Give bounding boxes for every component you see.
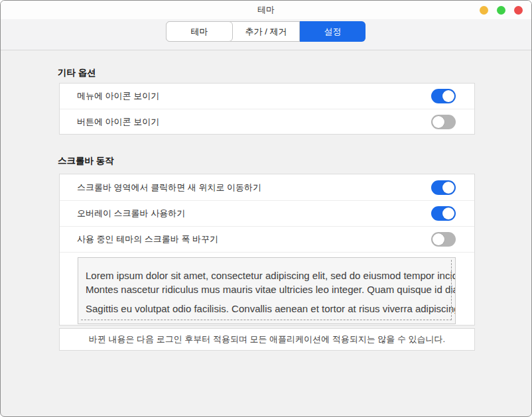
toggle-knob	[442, 208, 454, 219]
tab-settings[interactable]: 설정	[300, 21, 366, 42]
window-controls	[480, 6, 523, 15]
tab-add-remove[interactable]: 추가 / 제거	[233, 22, 300, 41]
segmented-control: 테마 추가 / 제거 설정	[166, 21, 366, 42]
scrollbar-behavior-card: 스크롤바 영역에서 클릭하면 새 위치로 이동하기 오버레이 스크롤바 사용하기…	[59, 174, 475, 326]
toggle-knob	[432, 233, 444, 245]
scrollbar-preview-area[interactable]: Lorem ipsum dolor sit amet, consectetur …	[78, 257, 456, 324]
preview-text: Lorem ipsum dolor sit amet, consectetur …	[78, 258, 455, 324]
setting-label-show-menu-icons: 메뉴에 아이콘 보이기	[77, 90, 159, 102]
preview-line: Sagittis eu volutpat odio facilisis. Con…	[86, 302, 455, 316]
window-title: 테마	[1, 1, 531, 19]
toggle-knob	[432, 116, 444, 128]
section-heading-other-options: 기타 옵션	[58, 67, 96, 79]
setting-label-scrollbar-width: 사용 중인 테마의 스크롤바 폭 바꾸기	[77, 233, 218, 245]
tab-bar: 테마 추가 / 제거 설정	[1, 19, 531, 50]
settings-row: 메뉴에 아이콘 보이기	[60, 84, 474, 109]
section-heading-scrollbar-behavior: 스크롤바 동작	[58, 155, 114, 167]
theme-settings-window: 테마 테마 추가 / 제거 설정 기타 옵션 메뉴에 아이콘 보이기 버튼에 아…	[0, 0, 532, 417]
minimize-button[interactable]	[480, 6, 488, 15]
close-button[interactable]	[514, 6, 523, 15]
maximize-button[interactable]	[497, 6, 505, 15]
tab-theme[interactable]: 테마	[166, 21, 233, 42]
toggle-knob	[442, 182, 454, 194]
titlebar: 테마	[1, 1, 531, 19]
toggle-scrollbar-jump[interactable]	[431, 180, 456, 195]
toggle-overlay-scrollbar[interactable]	[431, 206, 456, 221]
preview-line: Lorem ipsum dolor sit amet, consectetur …	[86, 268, 455, 282]
other-options-card: 메뉴에 아이콘 보이기 버튼에 아이콘 보이기	[59, 83, 475, 135]
settings-row: 오버레이 스크롤바 사용하기	[60, 200, 474, 226]
settings-row: 스크롤바 영역에서 클릭하면 새 위치로 이동하기	[60, 174, 474, 200]
setting-label-show-button-icons: 버튼에 아이콘 보이기	[77, 116, 159, 128]
settings-row: 버튼에 아이콘 보이기	[60, 109, 474, 134]
toggle-scrollbar-width[interactable]	[431, 232, 456, 247]
setting-label-overlay-scrollbar: 오버레이 스크롤바 사용하기	[77, 208, 185, 219]
toggle-show-menu-icons[interactable]	[431, 89, 456, 103]
toggle-show-button-icons[interactable]	[431, 115, 456, 129]
setting-label-scrollbar-jump: 스크롤바 영역에서 클릭하면 새 위치로 이동하기	[77, 182, 261, 194]
toggle-knob	[442, 90, 454, 102]
preview-line: Lorem ipsum dolor sit amet, consectetur …	[86, 321, 455, 324]
footer-note-card: 바뀐 내용은 다음 로그인 후부터 적용되며 모든 애플리케이션에 적용되지는 …	[59, 328, 475, 351]
settings-row: 사용 중인 테마의 스크롤바 폭 바꾸기	[60, 226, 474, 252]
scrollbar-preview-row: Lorem ipsum dolor sit amet, consectetur …	[60, 252, 474, 326]
preview-line: Montes nascetur ridiculus mus mauris vit…	[86, 282, 455, 296]
footer-note: 바뀐 내용은 다음 로그인 후부터 적용되며 모든 애플리케이션에 적용되지는 …	[60, 329, 474, 350]
